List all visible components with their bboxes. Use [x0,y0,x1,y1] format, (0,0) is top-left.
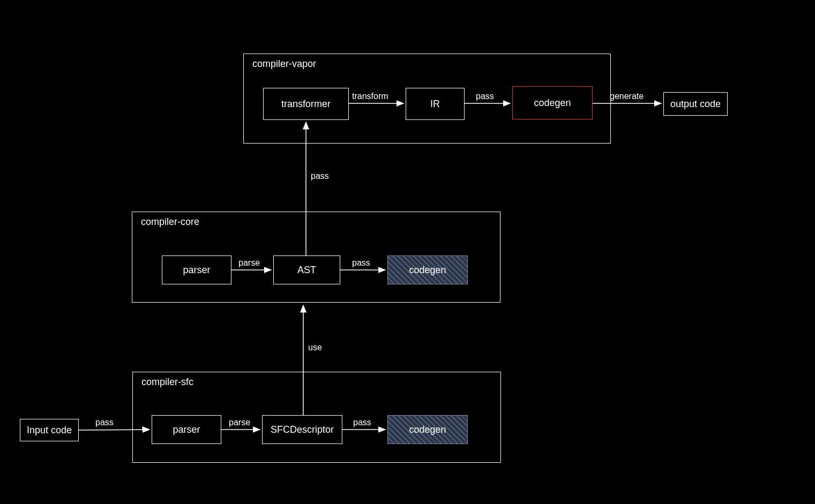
node-core-codegen: codegen [387,255,468,284]
group-title-vapor: compiler-vapor [252,58,316,70]
node-input-code: Input code [20,419,79,441]
label-vapor-codegen: codegen [534,97,571,109]
label-core-parser: parser [183,265,210,276]
node-core-parser: parser [162,255,231,284]
node-sfc-codegen: codegen [387,415,468,444]
label-transformer: transformer [281,99,331,110]
diagram-canvas: compiler-vapor compiler-core compiler-sf… [0,0,815,504]
edge-label-transform: transform [352,92,388,101]
node-core-ast: AST [273,255,340,284]
node-sfc-parser: parser [152,415,221,444]
edge-label-pass-ast-vapor: pass [311,171,329,181]
group-title-core: compiler-core [141,216,199,228]
node-ir: IR [406,88,465,120]
node-output-code: output code [663,92,728,116]
label-sfc-descriptor: SFCDescriptor [271,424,334,435]
edge-label-parse-core: parse [238,258,260,268]
edge-label-generate: generate [610,92,644,101]
label-input-code: Input code [27,425,72,436]
edge-label-pass-ir-codegen: pass [476,92,494,101]
label-ir: IR [430,99,440,110]
node-vapor-codegen: codegen [512,86,593,119]
edge-label-pass-input-sfc: pass [95,418,114,427]
node-sfc-descriptor: SFCDescriptor [262,415,342,444]
edge-label-parse-sfc: parse [229,418,250,427]
edge-label-pass-desc-codegen: pass [353,418,371,427]
edge-label-use-sfc-core: use [308,343,322,352]
label-core-codegen: codegen [409,265,446,276]
label-sfc-codegen: codegen [409,424,446,435]
label-sfc-parser: parser [173,424,200,435]
edge-label-pass-ast-codegen: pass [352,258,370,268]
node-transformer: transformer [263,88,349,120]
group-title-sfc: compiler-sfc [141,377,193,388]
label-output-code: output code [670,99,721,110]
label-core-ast: AST [297,265,316,276]
